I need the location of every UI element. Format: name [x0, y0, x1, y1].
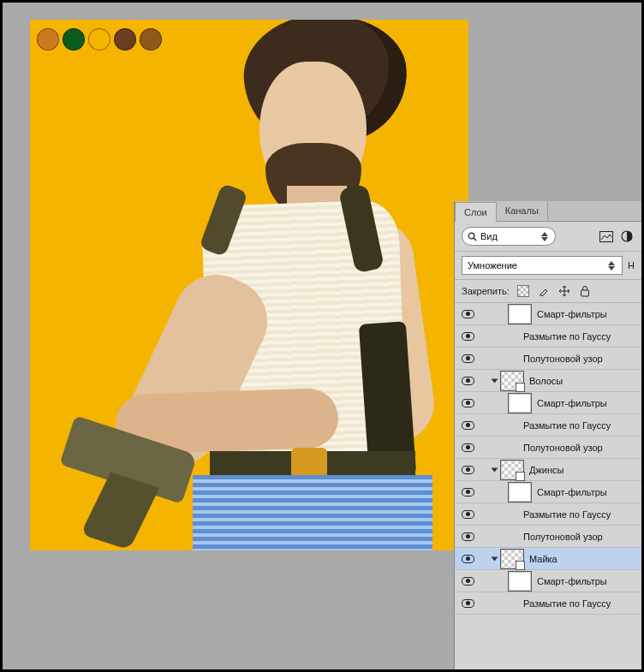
visibility-toggle[interactable]: [455, 466, 480, 474]
layer-name[interactable]: Размытие по Гауссу: [523, 420, 638, 431]
filter-item-row[interactable]: Размытие по Гауссу: [455, 503, 641, 526]
eye-icon: [462, 555, 474, 563]
layer-name[interactable]: Смарт-фильтры: [537, 309, 638, 319]
expand-toggle-icon[interactable]: [492, 378, 498, 383]
blend-mode-select[interactable]: Умножение: [462, 256, 623, 275]
eye-icon: [462, 421, 474, 430]
search-icon: [468, 232, 477, 241]
layer-thumbnail[interactable]: [508, 482, 532, 503]
eye-icon: [462, 332, 474, 341]
smart-object-badge-icon: [516, 561, 525, 570]
visibility-toggle[interactable]: [455, 443, 480, 452]
layer-name[interactable]: Смарт-фильтры: [537, 487, 638, 497]
layer-thumbnail[interactable]: [508, 393, 532, 413]
filter-row: Вид: [455, 222, 641, 252]
eye-icon: [462, 510, 474, 519]
smart-filters-row[interactable]: Смарт-фильтры: [455, 570, 641, 592]
smart-filters-row[interactable]: Смарт-фильтры: [455, 392, 641, 414]
eye-icon: [462, 354, 474, 363]
eye-icon: [462, 488, 474, 497]
visibility-toggle[interactable]: [455, 399, 480, 407]
layer-name[interactable]: Полутоновой узор: [523, 532, 638, 542]
layer-name[interactable]: Смарт-фильтры: [537, 576, 638, 586]
eye-icon: [462, 577, 474, 586]
workspace: Слои Каналы Вид Умножение: [3, 3, 641, 669]
filter-item-row[interactable]: Полутоновой узор: [455, 526, 641, 548]
layer-thumbnail[interactable]: [500, 460, 524, 480]
visibility-toggle[interactable]: [455, 577, 480, 586]
visibility-toggle[interactable]: [455, 377, 480, 385]
svg-line-1: [474, 238, 476, 241]
filter-item-row[interactable]: Размытие по Гауссу: [455, 592, 641, 615]
layers-list: Смарт-фильтрыРазмытие по ГауссуПолутонов…: [455, 303, 641, 669]
layer-thumbnail[interactable]: [500, 371, 524, 391]
layer-row[interactable]: Майка: [455, 548, 641, 570]
blend-mode-value: Умножение: [468, 260, 517, 271]
visibility-toggle[interactable]: [455, 421, 480, 430]
visibility-toggle[interactable]: [455, 532, 480, 541]
layer-thumbnail[interactable]: [508, 571, 532, 592]
svg-point-0: [468, 233, 474, 239]
visibility-toggle[interactable]: [455, 510, 480, 519]
smart-filters-row[interactable]: Смарт-фильтры: [455, 303, 641, 325]
svg-rect-4: [581, 290, 588, 296]
layer-thumbnail[interactable]: [508, 304, 532, 324]
layer-name[interactable]: Полутоновой узор: [523, 354, 638, 364]
eye-icon: [462, 532, 474, 541]
layer-name[interactable]: Волосы: [529, 376, 638, 386]
tab-layers[interactable]: Слои: [455, 202, 497, 222]
layer-row[interactable]: Джинсы: [455, 459, 641, 481]
layer-name[interactable]: Джинсы: [529, 465, 638, 475]
lock-row: Закрепить:: [455, 280, 641, 303]
eye-icon: [462, 377, 474, 385]
stepper-icon: [541, 229, 550, 244]
expand-toggle-icon[interactable]: [492, 467, 498, 472]
layer-name[interactable]: Размытие по Гауссу: [523, 331, 638, 342]
filter-item-row[interactable]: Размытие по Гауссу: [455, 325, 641, 348]
smart-object-badge-icon: [516, 472, 525, 481]
eye-icon: [462, 466, 474, 474]
lock-label: Закрепить:: [462, 286, 510, 296]
layer-row[interactable]: Волосы: [455, 370, 641, 392]
expand-toggle-icon[interactable]: [492, 556, 498, 561]
layer-filter-value: Вид: [480, 231, 538, 241]
canvas[interactable]: [30, 20, 468, 550]
lock-all-icon[interactable]: [578, 284, 592, 298]
filter-adjust-icon[interactable]: [619, 229, 635, 244]
canvas-artwork: [64, 20, 468, 550]
lock-brush-icon[interactable]: [537, 284, 551, 298]
panel-tabs: Слои Каналы: [455, 201, 641, 222]
smart-filters-row[interactable]: Смарт-фильтры: [455, 481, 641, 503]
tab-channels[interactable]: Каналы: [497, 201, 548, 221]
eye-icon: [462, 399, 474, 407]
stepper-icon: [608, 258, 617, 273]
filter-item-row[interactable]: Размытие по Гауссу: [455, 414, 641, 437]
layer-thumbnail[interactable]: [500, 549, 524, 569]
opacity-label: Н: [628, 260, 635, 271]
layer-filter-select[interactable]: Вид: [462, 227, 556, 246]
filter-item-row[interactable]: Полутоновой узор: [455, 348, 641, 370]
visibility-toggle[interactable]: [455, 332, 480, 341]
filter-item-row[interactable]: Полутоновой узор: [455, 437, 641, 459]
layers-panel: Слои Каналы Вид Умножение: [454, 201, 641, 669]
eye-icon: [462, 443, 474, 452]
eye-icon: [462, 599, 474, 608]
filter-image-icon[interactable]: [599, 229, 614, 244]
layer-name[interactable]: Майка: [529, 554, 638, 564]
eye-icon: [462, 310, 474, 318]
layer-name[interactable]: Размытие по Гауссу: [523, 509, 638, 520]
layer-name[interactable]: Смарт-фильтры: [537, 398, 638, 408]
lock-move-icon[interactable]: [558, 284, 571, 298]
smart-object-badge-icon: [516, 383, 525, 392]
layer-name[interactable]: Полутоновой узор: [523, 443, 638, 453]
visibility-toggle[interactable]: [455, 354, 480, 363]
lock-pixels-icon[interactable]: [516, 284, 530, 298]
swatch-0: [37, 28, 59, 51]
visibility-toggle[interactable]: [455, 599, 480, 608]
visibility-toggle[interactable]: [455, 310, 480, 318]
blend-row: Умножение Н: [455, 252, 641, 280]
layer-name[interactable]: Размытие по Гауссу: [523, 598, 638, 609]
visibility-toggle[interactable]: [455, 488, 480, 497]
visibility-toggle[interactable]: [455, 555, 480, 563]
